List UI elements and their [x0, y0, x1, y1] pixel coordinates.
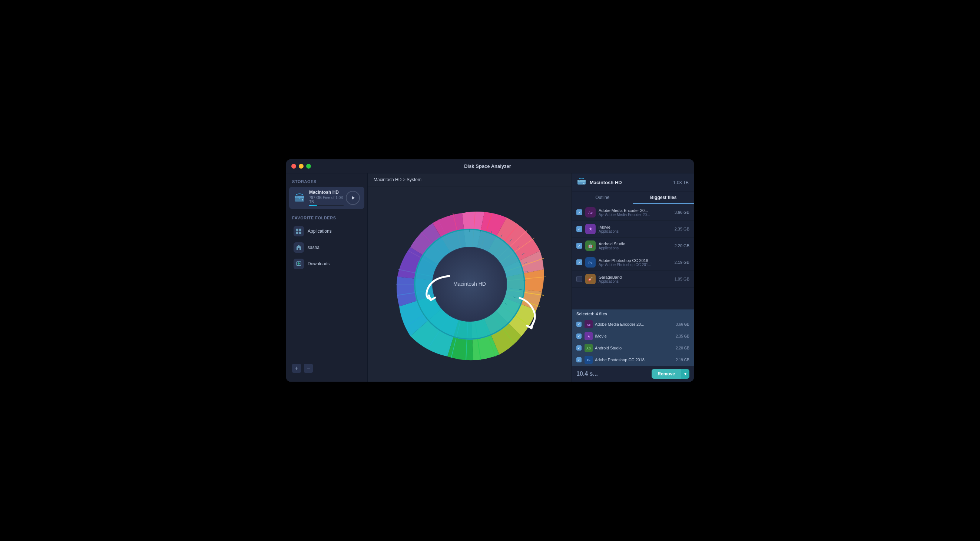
sel-checkbox-2[interactable]: [576, 345, 582, 350]
file-size-3: 2.19 GB: [675, 260, 689, 264]
sidebar-item-applications[interactable]: Applications: [288, 223, 366, 239]
tab-biggest-files[interactable]: Biggest files: [633, 192, 694, 204]
storage-sub: 797 GB Free of 1.03 TB: [309, 196, 344, 204]
bottom-bar: 10.4 s... Remove ▾: [572, 366, 694, 382]
svg-text:Ae: Ae: [588, 211, 593, 215]
remove-button[interactable]: Remove: [652, 369, 681, 379]
sel-name-0: Adobe Media Encoder 20...: [595, 322, 676, 326]
file-name-4: GarageBand: [598, 275, 672, 279]
file-info-4: GarageBand Applications: [598, 275, 672, 283]
add-folder-button[interactable]: +: [292, 364, 301, 373]
breadcrumb-text: Macintosh HD > System: [374, 177, 422, 182]
sasha-icon: [294, 242, 304, 253]
svg-text:Ps: Ps: [588, 261, 592, 264]
sel-icon-2: AS: [584, 344, 593, 352]
sel-icon-3: Ps: [584, 356, 593, 364]
favorites-label: Favorite Folders: [286, 210, 368, 223]
file-info-3: Adobe Photoshop CC 2018 Ap· Adobe Photos…: [598, 258, 672, 267]
file-name-1: iMovie: [598, 225, 672, 229]
svg-text:★: ★: [587, 334, 590, 338]
svg-text:Macintosh HD: Macintosh HD: [453, 281, 486, 287]
storage-bar: [309, 205, 344, 206]
sidebar-bottom: + −: [286, 361, 368, 376]
file-checkbox-3[interactable]: [576, 259, 582, 265]
chart-container[interactable]: Macintosh HD: [368, 186, 571, 382]
sel-checkbox-1[interactable]: [576, 334, 582, 339]
file-size-0: 3.66 GB: [675, 210, 689, 215]
main-content: Storages Macintosh HD 797 GB Free of 1.0…: [286, 173, 694, 382]
chart-area: Macintosh HD > System: [368, 173, 571, 382]
svg-point-4: [299, 198, 300, 199]
file-item-imovie[interactable]: ★ iMovie Applications 2.35 GB: [572, 221, 694, 237]
file-info-2: Android Studio Applications: [598, 242, 672, 250]
file-checkbox-1[interactable]: [576, 226, 582, 232]
sel-size-3: 2.19 GB: [676, 358, 689, 362]
storage-bar-fill: [309, 205, 317, 206]
tabs: Outline Biggest files: [572, 192, 694, 204]
file-info-1: iMovie Applications: [598, 225, 672, 234]
file-checkbox-4[interactable]: [576, 276, 582, 282]
file-subtext-0: Ap· Adobe Media Encoder 20...: [598, 213, 672, 217]
file-icon-4: 🎸: [585, 274, 596, 284]
sel-size-2: 2.20 GB: [676, 346, 689, 350]
svg-rect-6: [296, 229, 298, 231]
remove-folder-button[interactable]: −: [304, 364, 313, 373]
svg-rect-7: [299, 229, 301, 231]
file-checkbox-2[interactable]: [576, 243, 582, 249]
total-size: 10.4 s...: [576, 371, 652, 377]
file-name-0: Adobe Media Encoder 20...: [598, 208, 672, 213]
svg-text:🤖: 🤖: [588, 243, 593, 248]
file-subtext-3: Ap· Adobe Photoshop CC 201...: [598, 263, 672, 267]
storage-name: Macintosh HD: [309, 190, 344, 195]
selected-item-0[interactable]: Ae Adobe Media Encoder 20... 3.66 GB: [572, 318, 694, 330]
file-icon-3: Ps: [585, 257, 596, 267]
sidebar-item-downloads[interactable]: Downloads: [288, 256, 366, 272]
scan-button[interactable]: [346, 191, 360, 205]
file-item-adobe-media[interactable]: Ae Adobe Media Encoder 20... Ap· Adobe M…: [572, 204, 694, 221]
file-item-garageband[interactable]: 🎸 GarageBand Applications 1.05 GB: [572, 271, 694, 288]
hard-drive-icon: [294, 192, 305, 204]
sel-checkbox-3[interactable]: [576, 357, 582, 363]
tab-outline[interactable]: Outline: [572, 192, 633, 204]
sel-name-3: Adobe Photoshop CC 2018: [595, 358, 676, 362]
file-name-2: Android Studio: [598, 242, 672, 246]
svg-text:🎸: 🎸: [588, 277, 593, 282]
app-window: Disk Space Analyzer Storages: [286, 159, 694, 382]
sunburst-chart[interactable]: Macintosh HD: [381, 195, 558, 373]
storage-item-macintosh-hd[interactable]: Macintosh HD 797 GB Free of 1.03 TB: [289, 187, 364, 209]
selected-item-2[interactable]: AS Android Studio 2.20 GB: [572, 342, 694, 354]
sel-size-0: 3.66 GB: [676, 322, 689, 326]
sel-size-1: 2.35 GB: [676, 334, 689, 338]
file-info-0: Adobe Media Encoder 20... Ap· Adobe Medi…: [598, 208, 672, 217]
applications-label: Applications: [308, 229, 332, 234]
remove-dropdown-button[interactable]: ▾: [681, 369, 689, 379]
sel-checkbox-0[interactable]: [576, 321, 582, 327]
file-checkbox-0[interactable]: [576, 209, 582, 215]
sel-icon-1: ★: [584, 332, 593, 340]
file-subtext-1: Applications: [598, 229, 672, 234]
sel-icon-0: Ae: [584, 320, 593, 328]
file-icon-2: 🤖: [585, 240, 596, 251]
file-size-1: 2.35 GB: [675, 227, 689, 231]
svg-text:AS: AS: [586, 347, 591, 350]
hd-icon: [577, 178, 586, 187]
selected-item-3[interactable]: Ps Adobe Photoshop CC 2018 2.19 GB: [572, 354, 694, 366]
file-item-photoshop[interactable]: Ps Adobe Photoshop CC 2018 Ap· Adobe Pho…: [572, 254, 694, 271]
svg-rect-9: [299, 232, 301, 234]
hd-size: 1.03 TB: [673, 180, 689, 185]
file-list: Ae Adobe Media Encoder 20... Ap· Adobe M…: [572, 204, 694, 309]
svg-text:★: ★: [589, 226, 593, 232]
app-title: Disk Space Analyzer: [286, 164, 689, 169]
svg-point-62: [583, 183, 584, 184]
hd-name: Macintosh HD: [590, 180, 673, 185]
selected-section: Selected: 4 files Ae Adobe Media Encoder…: [572, 309, 694, 366]
file-item-android-studio[interactable]: 🤖 Android Studio Applications 2.20 GB: [572, 237, 694, 254]
breadcrumb: Macintosh HD > System: [368, 173, 571, 186]
svg-text:Ps: Ps: [587, 359, 590, 362]
file-size-4: 1.05 GB: [675, 277, 689, 281]
sel-name-1: iMovie: [595, 334, 676, 338]
selected-item-1[interactable]: ★ iMovie 2.35 GB: [572, 330, 694, 342]
svg-marker-5: [352, 196, 355, 200]
sel-name-2: Android Studio: [595, 346, 676, 350]
sidebar-item-sasha[interactable]: sasha: [288, 239, 366, 256]
